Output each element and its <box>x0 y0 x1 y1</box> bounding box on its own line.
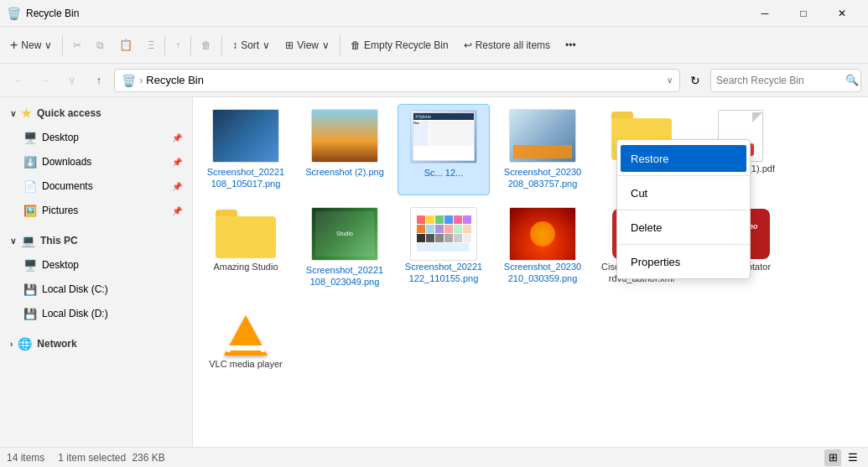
file-item-selected[interactable]: XYplorer Nav Sc... 12... <box>398 104 490 195</box>
paste-button[interactable]: 📋 <box>112 30 139 60</box>
toolbar: + New ∨ ✂ ⧉ 📋 Ξ ↑ 🗑 ↕ Sort ∨ ⊞ View ∨ 🗑 … <box>0 27 868 64</box>
more-button[interactable]: ••• <box>559 30 583 60</box>
delete-button[interactable]: 🗑 <box>195 30 218 60</box>
empty-icon: 🗑 <box>351 39 361 51</box>
network-header[interactable]: › 🌐 Network <box>3 332 189 355</box>
empty-recycle-button[interactable]: 🗑 Empty Recycle Bin <box>344 30 455 60</box>
size-label: 236 KB <box>132 452 164 464</box>
new-label: New <box>21 39 41 51</box>
context-separator-1 <box>617 175 750 176</box>
downloads-icon: ⬇️ <box>23 156 37 169</box>
sidebar-item-desktop-pc[interactable]: 🖥️ Desktop <box>3 253 189 277</box>
context-separator-3 <box>617 244 750 245</box>
desktop-icon: 🖥️ <box>23 132 37 144</box>
minimize-button[interactable]: ─ <box>746 0 784 27</box>
addressbar: ← → ∨ ↑ 🗑️ › Recycle Bin ∨ ↻ 🔍 <box>0 64 868 97</box>
sort-button[interactable]: ↕ Sort ∨ <box>226 30 277 60</box>
forward-button[interactable]: → <box>34 69 57 92</box>
search-box[interactable]: 🔍 <box>710 69 861 92</box>
context-menu: Restore Cut Delete Properties <box>616 139 751 279</box>
context-separator-2 <box>617 210 750 210</box>
quick-access-header[interactable]: ∨ ★ Quick access <box>3 101 189 125</box>
up-button[interactable]: ↑ <box>87 69 111 92</box>
recent-button[interactable]: ∨ <box>60 69 84 92</box>
this-pc-header[interactable]: ∨ 💻 This PC <box>3 229 189 252</box>
file-area[interactable]: Screenshot_20221108_105017.png Screensho… <box>193 97 868 447</box>
path-icon: 🗑️ <box>122 74 136 87</box>
file-item[interactable]: Screenshot_20230210_030359.png <box>496 202 589 293</box>
file-item[interactable]: Studio Screenshot_20221108_023049.png <box>299 202 391 293</box>
file-item[interactable]: Screenshot_20221122_110155.png <box>398 202 490 293</box>
quick-access-star: ★ <box>21 106 32 120</box>
search-icon: 🔍 <box>845 74 859 86</box>
file-item-vlc[interactable]: VLC media player <box>200 299 292 375</box>
maximize-button[interactable]: □ <box>784 0 823 27</box>
cut-button[interactable]: ✂ <box>66 30 88 60</box>
search-input[interactable] <box>716 75 842 86</box>
view-toggle: ⊞ ☰ <box>824 449 861 466</box>
file-name: Screenshot (2).png <box>305 166 384 178</box>
pictures-icon: 🖼️ <box>23 205 37 217</box>
rename-button[interactable]: Ξ <box>141 30 161 60</box>
sidebar-item-local-c[interactable]: 💾 Local Disk (C:) <box>3 278 189 301</box>
titlebar-title: Recycle Bin <box>26 8 746 19</box>
file-item-folder2[interactable]: Amazing Studio <box>200 202 292 293</box>
this-pc-icon: 💻 <box>21 234 35 247</box>
local-c-icon: 💾 <box>23 283 37 296</box>
view-button[interactable]: ⊞ View ∨ <box>278 30 336 60</box>
context-cut[interactable]: Cut <box>617 179 750 206</box>
copy-button[interactable]: ⧉ <box>90 30 111 60</box>
item-selected: 1 item selected 236 KB <box>58 452 164 464</box>
file-item[interactable]: Screenshot_20221108_105017.png <box>200 104 292 195</box>
new-dropdown-icon: ∨ <box>44 39 52 51</box>
documents-label: Documents <box>42 180 167 192</box>
restore-icon: ↩ <box>464 39 472 51</box>
local-d-icon: 💾 <box>23 308 37 320</box>
file-name: Screenshot_20221122_110155.png <box>403 261 485 285</box>
desktop-pc-icon: 🖥️ <box>23 259 37 272</box>
context-restore[interactable]: Restore <box>621 145 746 172</box>
file-name: Screenshot_20221108_105017.png <box>205 166 287 190</box>
list-view-button[interactable]: ☰ <box>845 449 861 466</box>
refresh-button[interactable]: ↻ <box>683 69 707 92</box>
view-label: View <box>297 39 319 51</box>
downloads-label: Downloads <box>42 156 167 168</box>
new-button[interactable]: + New ∨ <box>3 30 59 60</box>
file-name: Screenshot_20230210_030359.png <box>502 261 584 285</box>
separator-1 <box>62 35 63 55</box>
cut-icon: ✂ <box>73 39 81 51</box>
documents-icon: 📄 <box>23 180 37 193</box>
network-icon: 🌐 <box>18 337 32 350</box>
delete-icon: 🗑 <box>201 39 211 51</box>
context-delete[interactable]: Delete <box>617 214 750 241</box>
file-name: Sc... 12... <box>424 167 463 179</box>
sort-label: Sort <box>241 39 259 51</box>
sidebar-item-local-d[interactable]: 💾 Local Disk (D:) <box>3 302 189 325</box>
restore-all-button[interactable]: ↩ Restore all items <box>457 30 557 60</box>
back-button[interactable]: ← <box>7 69 30 92</box>
copy-icon: ⧉ <box>96 39 104 51</box>
sidebar-item-downloads[interactable]: ⬇️ Downloads 📌 <box>3 150 189 174</box>
this-pc-expand-icon: ∨ <box>10 236 16 246</box>
pin-icon-doc: 📌 <box>172 182 182 191</box>
sidebar-item-desktop[interactable]: 🖥️ Desktop 📌 <box>3 126 189 149</box>
file-grid: Screenshot_20221108_105017.png Screensho… <box>200 104 861 375</box>
quick-access-expand-icon: ∨ <box>10 109 16 118</box>
close-button[interactable]: ✕ <box>823 0 861 27</box>
file-name: Amazing Studio <box>213 261 278 272</box>
context-properties[interactable]: Properties <box>617 248 750 275</box>
address-bar[interactable]: 🗑️ › Recycle Bin ∨ <box>114 69 680 92</box>
selected-label: 1 item selected <box>58 452 126 464</box>
sidebar-item-pictures[interactable]: 🖼️ Pictures 📌 <box>3 199 189 222</box>
separator-5 <box>340 35 340 55</box>
separator-3 <box>190 35 191 55</box>
view-icon: ⊞ <box>285 39 294 51</box>
share-button[interactable]: ↑ <box>169 30 187 60</box>
sidebar-item-documents[interactable]: 📄 Documents 📌 <box>3 174 189 198</box>
file-item[interactable]: Screenshot_20230208_083757.png <box>496 104 589 195</box>
grid-view-button[interactable]: ⊞ <box>824 449 841 466</box>
local-c-label: Local Disk (C:) <box>42 283 182 295</box>
file-name: Screenshot_20230208_083757.png <box>502 166 584 190</box>
file-item[interactable]: Screenshot (2).png <box>299 104 391 195</box>
pictures-label: Pictures <box>42 205 167 216</box>
